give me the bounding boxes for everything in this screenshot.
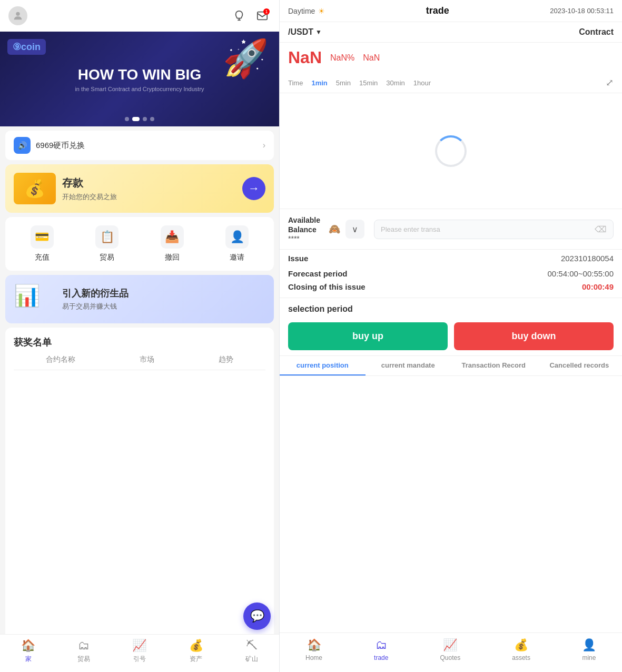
left-panel: 1 ⑨coin HOW TO WIN BIG in the Smart Cont… [0, 0, 279, 672]
download-icon[interactable] [231, 7, 248, 24]
bnav-mine-icon: 👤 [582, 638, 596, 652]
banner-text: HOW TO WIN BIG in the Smart Contract and… [75, 66, 204, 92]
deposit-button[interactable]: → [242, 177, 265, 200]
bnav-mine[interactable]: 👤 mine [582, 638, 596, 661]
time-30min[interactable]: 30min [386, 79, 404, 87]
time-1min[interactable]: 1min [311, 79, 327, 87]
balance-dropdown[interactable]: ∨ [345, 220, 364, 239]
deposit-title: 存款 [62, 176, 236, 190]
bnav-quotes-label: Quotes [440, 654, 460, 661]
time-15min[interactable]: 15min [359, 79, 378, 87]
banner-logo: ⑨coin [7, 39, 46, 55]
transaction-input-area[interactable]: Please enter transa ⌫ [374, 220, 614, 239]
right-header: Daytime ☀ trade 2023-10-18 00:53:11 [280, 0, 622, 22]
action-recharge[interactable]: 💳 充值 [31, 225, 54, 262]
sun-icon: ☀ [318, 7, 325, 15]
time-1hour[interactable]: 1hour [413, 79, 431, 87]
tab-cancelled-records[interactable]: Cancelled records [537, 356, 623, 375]
col-contract: 合约名称 [46, 355, 75, 364]
tab-transaction-record[interactable]: Transaction Record [451, 356, 537, 375]
header-mode: Daytime [288, 7, 315, 15]
home-icon: 🏠 [21, 639, 35, 653]
input-clear-icon[interactable]: ⌫ [595, 224, 607, 234]
right-header-left: Daytime ☀ [288, 7, 325, 15]
recharge-icon: 💳 [31, 225, 54, 249]
avatar [8, 6, 27, 25]
nav-mine[interactable]: ⛏ 矿山 [245, 639, 258, 664]
nav-home[interactable]: 🏠 家 [21, 639, 35, 664]
bnav-trade[interactable]: 🗂 trade [374, 638, 388, 661]
forecast-label: Forecast period [288, 269, 348, 278]
action-invite[interactable]: 👤 邀请 [225, 225, 249, 262]
deposit-subtitle: 开始您的交易之旅 [62, 192, 236, 202]
price-value: NaN [288, 48, 322, 67]
selection-period: selection period [280, 298, 622, 317]
right-bottom-nav: 🏠 Home 🗂 trade 📈 Quotes 💰 assets 👤 mine [280, 633, 622, 672]
closing-row: Closing of this issue 00:00:49 [280, 280, 622, 298]
time-5min[interactable]: 5min [336, 79, 351, 87]
trade-label: 贸易 [100, 253, 114, 262]
withdraw-label: 撤回 [165, 253, 180, 262]
action-trade[interactable]: 📋 贸易 [95, 225, 119, 262]
eye-icon[interactable]: 🙈 [329, 223, 340, 235]
buy-up-button[interactable]: buy up [288, 322, 448, 350]
message-icon[interactable]: 1 [254, 7, 271, 24]
bnav-assets[interactable]: 💰 assets [512, 638, 530, 661]
issue-row: Issue 202310180054 [280, 250, 622, 267]
coin-exchange[interactable]: 🔊 6969硬币兑换 › [5, 131, 274, 160]
contract-pair[interactable]: /USDT ▼ [288, 27, 322, 37]
header-icons: 1 [231, 7, 271, 24]
trade-nav-icon: 🗂 [78, 639, 90, 653]
issue-value: 202310180054 [561, 254, 614, 263]
price-change: NaN [363, 53, 380, 63]
buy-down-button[interactable]: buy down [454, 322, 614, 350]
bnav-home-icon: 🏠 [307, 638, 321, 652]
bnav-quotes-icon: 📈 [443, 638, 457, 652]
dot [125, 117, 129, 121]
balance-info: AvailableBalance **** [288, 215, 320, 243]
forecast-value: 00:54:00~00:55:00 [547, 269, 614, 278]
promo-illustration: 📊 [14, 283, 56, 315]
banner: ⑨coin HOW TO WIN BIG in the Smart Contra… [0, 32, 279, 126]
action-withdraw[interactable]: 📥 撤回 [161, 225, 184, 262]
svg-point-0 [16, 12, 19, 16]
invite-icon: 👤 [225, 225, 249, 249]
nav-assets[interactable]: 💰 资产 [189, 639, 203, 664]
banner-dots [125, 117, 154, 121]
trade-icon: 📋 [95, 225, 119, 249]
right-panel: Daytime ☀ trade 2023-10-18 00:53:11 /USD… [279, 0, 622, 672]
pair-dropdown-arrow: ▼ [315, 28, 322, 36]
expand-icon[interactable]: ⤢ [606, 77, 614, 88]
nav-guide[interactable]: 📈 引号 [132, 639, 146, 664]
coin-exchange-label: 6969硬币兑换 [36, 141, 258, 151]
tab-current-position[interactable]: current position [280, 356, 366, 375]
guide-icon: 📈 [132, 639, 146, 653]
nav-trade-label: 贸易 [77, 655, 90, 664]
tab-current-mandate[interactable]: current mandate [366, 356, 451, 375]
price-pct: NaN% [330, 53, 354, 63]
recharge-label: 充值 [35, 253, 50, 262]
fab-chat[interactable]: 💬 [243, 602, 271, 630]
closing-label: Closing of this issue [288, 282, 366, 291]
invite-label: 邀请 [230, 253, 244, 262]
winners-section: 获奖名单 合约名称 市场 趋势 [5, 328, 274, 668]
dot-active [132, 117, 140, 121]
nav-trade[interactable]: 🗂 贸易 [77, 639, 90, 664]
contract-label: Contract [579, 27, 614, 37]
bnav-assets-label: assets [512, 654, 530, 661]
message-badge: 1 [263, 8, 270, 15]
deposit-info: 存款 开始您的交易之旅 [62, 176, 236, 202]
promo-title: 引入新的衍生品 [62, 287, 129, 300]
action-grid: 💳 充值 📋 贸易 📥 撤回 👤 邀请 [5, 217, 274, 271]
loading-spinner [435, 135, 467, 167]
bnav-trade-label: trade [374, 654, 388, 661]
nav-mine-label: 矿山 [245, 655, 258, 664]
header-time: 2023-10-18 00:53:11 [550, 7, 614, 15]
time-bar: Time 1min 5min 15min 30min 1hour ⤢ [280, 73, 622, 93]
bnav-home[interactable]: 🏠 Home [305, 638, 322, 661]
deposit-card: 💰 存款 开始您的交易之旅 → [5, 164, 274, 213]
winners-header: 合约名称 市场 趋势 [14, 355, 265, 370]
bnav-quotes[interactable]: 📈 Quotes [440, 638, 460, 661]
coin-exchange-arrow: › [263, 141, 265, 150]
winners-title: 获奖名单 [14, 336, 265, 349]
